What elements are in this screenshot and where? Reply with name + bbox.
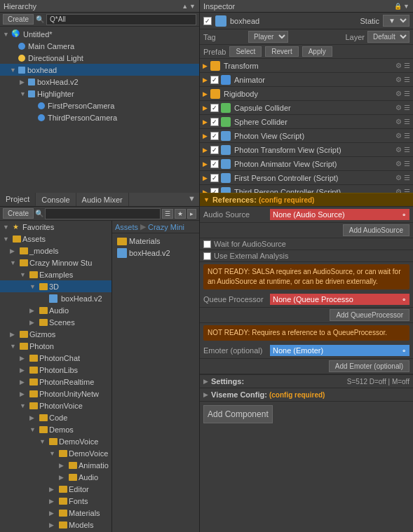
inspector-salsa-scroll[interactable]: ▼ References: (config required) Audio So… [200, 193, 413, 532]
hierarchy-item-first-person-camera[interactable]: FirstPersonCamera [0, 100, 199, 111]
project-tree-models[interactable]: ▶ _models [0, 245, 111, 257]
breadcrumb-assets[interactable]: Assets [115, 223, 138, 231]
photon-tv-settings-icon[interactable]: ☰ [404, 146, 410, 154]
project-tree-crazy-minnow[interactable]: ▼ Crazy Minnow Stu [0, 257, 111, 268]
tag-dropdown[interactable]: Player [248, 31, 288, 43]
fpc-comp-gear-icon[interactable]: ⚙ [395, 174, 402, 182]
queue-field[interactable]: None (Queue Processo ⚬ [270, 294, 409, 305]
project-tree-code[interactable]: ▶ Code [0, 411, 111, 423]
project-tree-3d[interactable]: ▼ 3D [0, 280, 111, 292]
tab-audio-mixer[interactable]: Audio Mixer [76, 193, 129, 206]
photon-av-gear-icon[interactable]: ⚙ [395, 160, 402, 168]
tab-project[interactable]: Project [0, 193, 36, 206]
add-queue-button[interactable]: Add QueueProcessor [330, 309, 409, 321]
hierarchy-item-main-camera[interactable]: Main Camera [0, 40, 199, 52]
project-tree-demo-voice-2[interactable]: ▼ DemoVoice [0, 447, 111, 459]
rigidbody-gear-icon[interactable]: ⚙ [395, 90, 402, 97]
sphere-checkbox[interactable]: ✓ [210, 118, 219, 126]
project-tree-audio-sub[interactable]: ▶ Audio [0, 471, 111, 483]
hierarchy-menu-icon[interactable]: ▼ [189, 3, 196, 10]
component-photon-view[interactable]: ▶ ✓ Photon View (Script) ⚙ ☰ [200, 129, 413, 143]
emoter-picker-icon[interactable]: ⚬ [401, 347, 407, 355]
project-tree-photon-libs[interactable]: ▶ PhotonLibs [0, 364, 111, 376]
project-tree-boxhead-v2[interactable]: boxHead.v2 [0, 292, 111, 304]
prefab-select-button[interactable]: Select [229, 46, 262, 57]
tpc-comp-gear-icon[interactable]: ⚙ [395, 188, 402, 193]
project-tree-photon-realtime[interactable]: ▶ PhotonRealtime [0, 376, 111, 388]
hierarchy-item-boxhead-v2[interactable]: ▶ boxHead.v2 [0, 76, 199, 88]
project-tree-photon-unity-netw[interactable]: ▶ PhotonUnityNetw [0, 388, 111, 400]
component-animator[interactable]: ▶ ✓ Animator ⚙ ☰ [200, 73, 413, 87]
project-tree-photon-voice[interactable]: ▼ PhotonVoice [0, 400, 111, 411]
project-cols-button[interactable]: ▸ [187, 209, 196, 219]
inspector-lock-icon[interactable]: 🔒 [394, 3, 402, 10]
project-favorites[interactable]: ▼ ★ Favorites [0, 221, 111, 233]
component-first-person-controller[interactable]: ▶ ✓ First Person Controller (Script) ⚙ ☰ [200, 171, 413, 185]
tpc-comp-checkbox[interactable]: ✓ [210, 188, 219, 193]
project-tree-photon[interactable]: ▼ Photon [0, 340, 111, 352]
component-transform[interactable]: ▶ Transform ⚙ ☰ [200, 59, 413, 73]
sphere-gear-icon[interactable]: ⚙ [395, 118, 402, 125]
tab-console[interactable]: Console [36, 193, 76, 206]
hierarchy-item-third-person-camera[interactable]: ThirdPersonCamera [0, 111, 199, 123]
project-tree-photon-chat[interactable]: ▶ PhotonChat [0, 352, 111, 364]
object-active-checkbox[interactable]: ✓ [203, 17, 212, 25]
project-tree-audio[interactable]: ▶ Audio [0, 304, 111, 316]
project-tree-fonts[interactable]: ▶ Fonts [0, 495, 111, 507]
component-sphere-collider[interactable]: ▶ ✓ Sphere Collider ⚙ ☰ [200, 115, 413, 129]
hierarchy-item-directional-light[interactable]: Directional Light [0, 52, 199, 64]
salsa-references-header[interactable]: ▼ References: (config required) [200, 193, 413, 207]
component-photon-transform-view[interactable]: ▶ ✓ Photon Transform View (Script) ⚙ ☰ [200, 143, 413, 157]
hierarchy-lock-icon[interactable]: ▲ [182, 3, 188, 10]
project-tree-gizmos[interactable]: ▶ Gizmos [0, 328, 111, 340]
sphere-settings-icon[interactable]: ☰ [404, 118, 410, 125]
emoter-field[interactable]: None (Emoter) ⚬ [270, 345, 409, 356]
component-rigidbody[interactable]: ▶ Rigidbody ⚙ ☰ [200, 87, 413, 101]
inspector-object-name[interactable]: boxhead [230, 17, 356, 25]
project-tree-models-sub[interactable]: ▶ Models [0, 519, 111, 531]
capsule-settings-icon[interactable]: ☰ [404, 104, 410, 111]
fpc-comp-checkbox[interactable]: ✓ [210, 174, 219, 182]
audio-source-picker-icon[interactable]: ⚬ [401, 211, 407, 219]
hierarchy-create-button[interactable]: Create [3, 14, 34, 25]
wait-audio-checkbox[interactable] [203, 240, 211, 248]
breadcrumb-crazy-mini[interactable]: Crazy Mini [148, 223, 184, 231]
project-tree-demos[interactable]: ▼ Demos [0, 423, 111, 435]
component-capsule-collider[interactable]: ▶ ✓ Capsule Collider ⚙ ☰ [200, 101, 413, 115]
photon-av-settings-icon[interactable]: ☰ [404, 160, 410, 168]
project-star-button[interactable]: ★ [175, 209, 186, 219]
photon-view-settings-icon[interactable]: ☰ [404, 132, 410, 139]
project-tree-examples[interactable]: ▼ Examples [0, 268, 111, 280]
add-audio-source-button[interactable]: Add AudioSource [343, 224, 409, 236]
audio-source-field[interactable]: None (Audio Source) ⚬ [270, 209, 409, 220]
prefab-revert-button[interactable]: Revert [265, 46, 298, 57]
hierarchy-search-input[interactable] [46, 14, 196, 25]
component-photon-animator-view[interactable]: ▶ ✓ Photon Animator View (Script) ⚙ ☰ [200, 157, 413, 171]
photon-tv-gear-icon[interactable]: ⚙ [395, 146, 402, 154]
project-tree-scenes[interactable]: ▶ Scenes [0, 316, 111, 328]
inspector-menu-icon[interactable]: ▼ [403, 3, 409, 10]
asset-materials[interactable]: Materials [114, 236, 197, 247]
project-layout-button[interactable]: ☰ [162, 209, 173, 219]
capsule-checkbox[interactable]: ✓ [210, 104, 219, 112]
project-create-button[interactable]: Create [3, 208, 34, 219]
prefab-apply-button[interactable]: Apply [302, 46, 332, 57]
photon-av-checkbox[interactable]: ✓ [210, 160, 219, 168]
viseme-row[interactable]: ▶ Viseme Config: (config required) [200, 388, 413, 402]
queue-picker-icon[interactable]: ⚬ [401, 296, 407, 303]
inspector-components-scroll[interactable]: ▶ Transform ⚙ ☰ ▶ ✓ Animator ⚙ ☰ ▶ Rigid… [200, 59, 413, 193]
animator-checkbox[interactable]: ✓ [210, 76, 219, 84]
transform-gear-icon[interactable]: ⚙ [395, 62, 402, 69]
project-tree-editor[interactable]: ▶ Editor [0, 483, 111, 495]
asset-boxhead-v2[interactable]: boxHead.v2 [114, 247, 197, 259]
add-emoter-button[interactable]: Add Emoter (optional) [329, 360, 409, 372]
use-external-checkbox[interactable] [203, 252, 211, 260]
animator-gear-icon[interactable]: ⚙ [395, 76, 402, 83]
project-tree-assets[interactable]: ▼ Assets [0, 233, 111, 245]
project-panel-controls[interactable]: ▼ [184, 193, 199, 206]
photon-view-checkbox[interactable]: ✓ [210, 132, 219, 140]
component-third-person-controller[interactable]: ▶ ✓ Third Person Controller (Script) ⚙ ☰ [200, 185, 413, 193]
project-tree-animatio[interactable]: ▶ Animatio [0, 459, 111, 471]
hierarchy-scene-item[interactable]: ▼ 🌎 Untitled* [0, 28, 199, 40]
fpc-comp-settings-icon[interactable]: ☰ [404, 174, 410, 182]
